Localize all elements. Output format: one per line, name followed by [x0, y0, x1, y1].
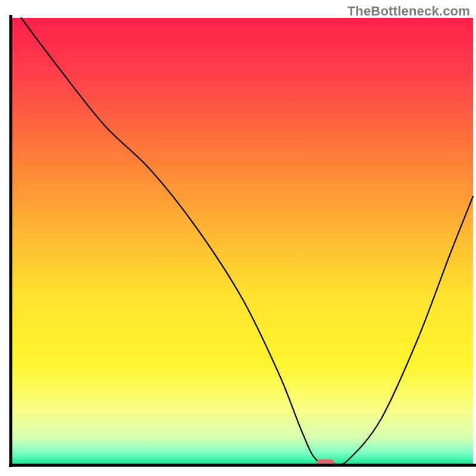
- plot-background: [12, 18, 473, 464]
- bottleneck-chart: [0, 0, 476, 476]
- chart-stage: TheBottleneck.com: [0, 0, 476, 476]
